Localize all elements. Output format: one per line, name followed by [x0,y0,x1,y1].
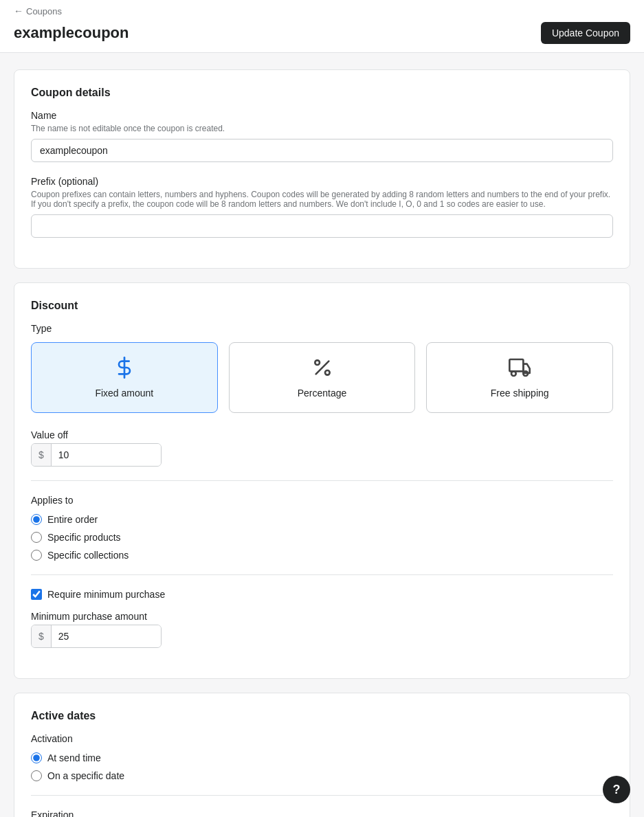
activation-radio-group: At send time On a specific date [31,752,613,781]
minimum-amount-input[interactable] [52,625,161,647]
prefix-group: Prefix (optional) Coupon prefixes can co… [31,176,613,238]
svg-point-3 [325,370,330,375]
radio-entire-order-input[interactable] [31,514,42,525]
value-off-group: Value off $ [31,429,613,467]
breadcrumb-link[interactable]: ← Coupons [14,5,62,16]
radio-at-send-time-input[interactable] [31,752,42,763]
expiration-group: Expiration Never After a certain number … [31,809,613,817]
back-arrow-icon: ← [14,5,23,16]
value-off-input[interactable] [52,444,161,466]
type-card-fixed-label: Fixed amount [95,388,153,399]
type-cards: Fixed amount Percentage [31,342,613,413]
activation-label: Activation [31,733,613,744]
discount-card: Discount Type Fixed amount [14,282,630,679]
active-dates-title: Active dates [31,710,613,722]
require-minimum-checkbox-item[interactable]: Require minimum purchase [31,589,613,600]
require-minimum-label: Require minimum purchase [47,589,165,600]
radio-specific-products[interactable]: Specific products [31,532,613,543]
radio-entire-order[interactable]: Entire order [31,514,613,525]
percent-icon [311,357,333,381]
divider-1 [31,480,613,481]
type-card-percentage[interactable]: Percentage [229,342,416,413]
applies-to-label: Applies to [31,495,613,506]
applies-to-group: Applies to Entire order Specific product… [31,495,613,561]
svg-point-2 [315,360,320,365]
prefix-hint: Coupon prefixes can contain letters, num… [31,190,613,209]
svg-line-1 [315,361,329,374]
coupon-details-card: Coupon details Name The name is not edit… [14,69,630,269]
minimum-amount-label: Minimum purchase amount [31,611,613,622]
active-dates-card: Active dates Activation At send time On … [14,693,630,817]
truck-icon [509,357,531,381]
svg-point-5 [511,371,516,376]
radio-specific-products-label: Specific products [47,532,121,543]
divider-3 [31,795,613,796]
coupon-details-title: Coupon details [31,87,613,99]
prefix-input[interactable] [31,214,613,238]
radio-on-specific-date-activation[interactable]: On a specific date [31,770,613,781]
minimum-amount-input-group: $ [31,625,162,648]
discount-title: Discount [31,300,613,312]
radio-entire-order-label: Entire order [47,514,98,525]
breadcrumb-label: Coupons [26,6,62,16]
name-hint: The name is not editable once the coupon… [31,124,613,133]
radio-at-send-time-label: At send time [47,752,101,763]
value-off-input-group: $ [31,443,162,467]
radio-specific-products-input[interactable] [31,532,42,543]
name-input[interactable] [31,139,613,162]
radio-specific-collections-label: Specific collections [47,550,129,561]
prefix-label: Prefix (optional) [31,176,613,187]
divider-2 [31,574,613,575]
type-card-free-shipping-label: Free shipping [491,388,549,399]
activation-group: Activation At send time On a specific da… [31,733,613,781]
minimum-amount-prefix: $ [32,625,52,647]
expiration-label: Expiration [31,809,613,817]
radio-at-send-time[interactable]: At send time [31,752,613,763]
value-off-label: Value off [31,429,613,440]
page-title: examplecoupon [14,24,129,42]
dollar-icon [113,357,135,381]
radio-on-specific-date-activation-input[interactable] [31,770,42,781]
radio-specific-collections[interactable]: Specific collections [31,550,613,561]
help-button[interactable]: ? [603,776,630,803]
type-card-percentage-label: Percentage [298,388,347,399]
value-off-prefix: $ [32,444,52,466]
applies-to-radio-group: Entire order Specific products Specific … [31,514,613,561]
minimum-amount-group: Minimum purchase amount $ [31,611,613,648]
svg-rect-4 [510,359,524,371]
name-group: Name The name is not editable once the c… [31,110,613,162]
require-minimum-group: Require minimum purchase Minimum purchas… [31,589,613,648]
name-label: Name [31,110,613,121]
update-coupon-button[interactable]: Update Coupon [541,22,630,44]
require-minimum-checkbox[interactable] [31,589,42,600]
type-label: Type [31,323,613,334]
type-card-free-shipping[interactable]: Free shipping [426,342,613,413]
radio-specific-collections-input[interactable] [31,550,42,561]
type-card-fixed[interactable]: Fixed amount [31,342,218,413]
radio-on-specific-date-activation-label: On a specific date [47,770,124,781]
